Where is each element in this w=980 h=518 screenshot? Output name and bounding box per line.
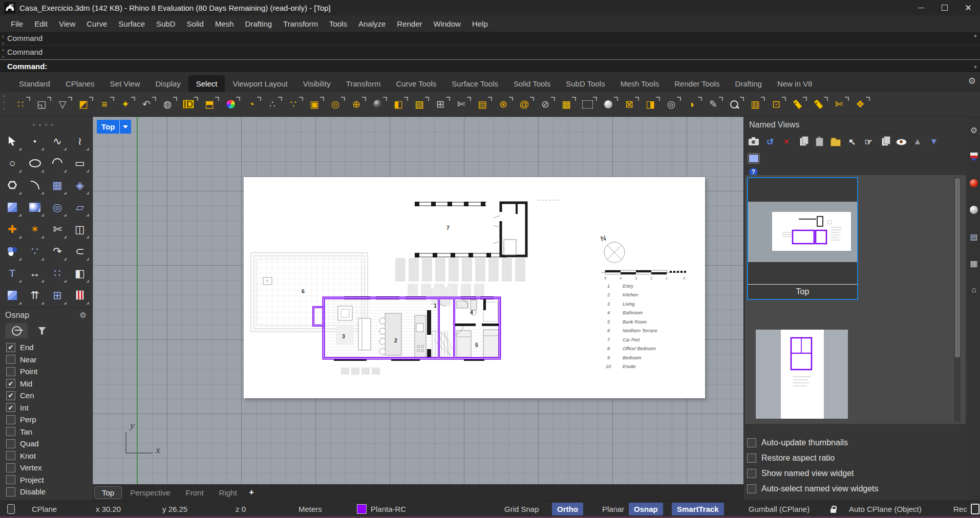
units-indicator[interactable]: Meters xyxy=(299,501,322,517)
named-views-option[interactable]: Show named view widget xyxy=(745,466,965,481)
boolean-union-icon[interactable] xyxy=(1,240,24,262)
checkbox[interactable] xyxy=(6,463,15,472)
command-scroll-arrows[interactable]: ▲▼ xyxy=(972,33,979,70)
material-panel-icon[interactable] xyxy=(968,197,980,223)
clipping-icon[interactable]: ⊘ xyxy=(538,97,552,112)
explode-icon[interactable]: ✶ xyxy=(24,218,46,240)
lamp-icon[interactable]: ◍ xyxy=(160,97,175,112)
toolbar-tab[interactable]: New in V8 xyxy=(770,75,820,92)
toolbar-grip[interactable] xyxy=(3,95,5,114)
record-history-status[interactable]: Rec xyxy=(953,501,967,517)
menu-item[interactable]: Surface xyxy=(113,19,151,28)
cplane-indicator[interactable]: CPlane xyxy=(32,501,57,517)
restore-named-view-icon[interactable]: ↺ xyxy=(764,136,776,147)
drop-icon[interactable]: ◗ xyxy=(685,97,699,112)
blend-curve-icon[interactable]: ↷ xyxy=(46,240,69,262)
view-widget-icon[interactable] xyxy=(748,153,759,164)
toolbar-tab[interactable]: Transform xyxy=(338,75,389,92)
spray-points-icon[interactable]: ∵ xyxy=(286,97,301,112)
toggle-osnap[interactable]: Osnap xyxy=(629,503,663,515)
new-viewport-tab-button[interactable]: + xyxy=(245,486,258,499)
frame-icon[interactable]: ⊞ xyxy=(433,97,448,112)
polygon-icon[interactable] xyxy=(1,174,24,196)
named-views-option[interactable]: Auto-select named view widgets xyxy=(745,481,965,497)
checkbox[interactable] xyxy=(6,367,15,376)
toggle-grid-snap[interactable]: Grid Snap xyxy=(499,503,544,515)
osnap-option[interactable]: End xyxy=(0,341,93,354)
sidebar-grip[interactable] xyxy=(33,124,53,126)
toolbar-tab[interactable]: CPlanes xyxy=(58,75,102,92)
grid-panel-icon[interactable]: ▦ xyxy=(968,250,980,276)
copy-icon[interactable] xyxy=(797,136,808,147)
solid-torus-icon[interactable]: ◎ xyxy=(46,196,69,218)
split-icon[interactable]: ◫ xyxy=(69,218,91,240)
solid-sphere-icon[interactable] xyxy=(24,196,46,218)
point-group-icon[interactable]: ∵ xyxy=(24,240,46,262)
osnap-option[interactable]: Vertex xyxy=(0,462,93,474)
checkbox[interactable] xyxy=(6,355,15,364)
menu-item[interactable]: Window xyxy=(428,19,466,28)
selection-filter-tab[interactable] xyxy=(31,323,53,338)
checkbox[interactable] xyxy=(747,484,756,493)
menu-item[interactable]: View xyxy=(53,19,81,28)
viewport-tab-front[interactable]: Front xyxy=(179,487,211,499)
named-views-option[interactable]: Restore aspect ratio xyxy=(745,450,965,466)
current-layer-chip[interactable]: Planta-RC xyxy=(357,501,406,517)
checkbox[interactable] xyxy=(747,454,756,463)
osnap-option[interactable]: Knot xyxy=(0,450,93,462)
command-grip[interactable] xyxy=(2,36,4,67)
control-point-curve-icon[interactable]: ∿ xyxy=(46,130,69,152)
scrollbar-thumb[interactable] xyxy=(955,178,960,357)
move-points-icon[interactable]: ∷ xyxy=(13,97,28,112)
checkbox[interactable] xyxy=(6,427,15,436)
checkbox[interactable] xyxy=(6,475,15,484)
magnifier-icon[interactable] xyxy=(727,97,741,112)
swirl-icon[interactable]: @ xyxy=(517,97,531,112)
scroll-down-icon[interactable]: ▼ xyxy=(973,64,978,70)
osnap-tab[interactable] xyxy=(5,323,28,338)
trim-icon[interactable]: ✄ xyxy=(46,218,69,240)
layer-manager-icon[interactable]: ≡ xyxy=(97,97,112,112)
spark-icon[interactable]: ❖ xyxy=(853,97,867,112)
viewport-tab-right[interactable]: Right xyxy=(212,487,244,499)
checkbox[interactable] xyxy=(6,487,15,497)
osnap-option[interactable]: Project xyxy=(0,474,93,486)
record-history-icon[interactable]: ⊕ xyxy=(349,97,364,112)
move-down-icon[interactable]: ▼ xyxy=(928,136,940,147)
surface-patch-icon[interactable]: ▦ xyxy=(46,174,69,196)
material-sphere-icon[interactable] xyxy=(601,97,615,112)
render-sphere-icon[interactable] xyxy=(370,97,385,112)
object-id-icon[interactable]: ID xyxy=(181,97,196,112)
checkbox[interactable] xyxy=(6,391,15,400)
menu-item[interactable]: Transform xyxy=(278,19,324,28)
command-prompt[interactable]: Command: xyxy=(0,59,980,73)
box-edit-icon[interactable]: ⬒ xyxy=(202,97,217,112)
osnap-option[interactable]: Quad xyxy=(0,438,93,450)
named-view-item-este[interactable] xyxy=(747,329,858,424)
toolbar-tab[interactable]: Standard xyxy=(11,75,58,92)
crate-icon[interactable]: ⊠ xyxy=(622,97,636,112)
osnap-option[interactable]: Tan xyxy=(0,426,93,438)
toolbar-tab[interactable]: Render Tools xyxy=(667,75,727,92)
osnap-option[interactable]: Mid xyxy=(0,378,93,390)
solid-cube-icon[interactable] xyxy=(1,284,24,306)
record-icon[interactable] xyxy=(971,501,979,517)
half-shade-icon[interactable]: ◧ xyxy=(391,97,406,112)
toolbar-tab[interactable]: Set View xyxy=(102,75,148,92)
toolbar-tab[interactable]: Visibility xyxy=(295,75,338,92)
top-viewport[interactable]: N 5 4 3 2 1 0 1 2 3 4 5 6 7 xyxy=(93,117,743,484)
toolbar-tab[interactable]: Select xyxy=(188,75,225,92)
osnap-option[interactable]: Int xyxy=(0,402,93,414)
toolbar-tab[interactable]: Drafting xyxy=(727,75,770,92)
toggle-ortho[interactable]: Ortho xyxy=(552,503,583,515)
apply-view-icon[interactable]: ☞ xyxy=(863,136,874,147)
toolbar-tab[interactable]: Surface Tools xyxy=(444,75,506,92)
mesh-grid-icon[interactable]: ▦ xyxy=(559,97,573,112)
circle-icon[interactable]: ○ xyxy=(1,152,24,174)
menu-item[interactable]: Render xyxy=(391,19,428,28)
command-area[interactable]: Command Command Command: xyxy=(0,32,980,72)
knife-icon[interactable]: ✄ xyxy=(832,97,846,112)
key2-icon[interactable] xyxy=(811,97,825,112)
osnap-option[interactable]: Cen xyxy=(0,390,93,402)
move-up-icon[interactable]: ▲ xyxy=(912,136,923,147)
